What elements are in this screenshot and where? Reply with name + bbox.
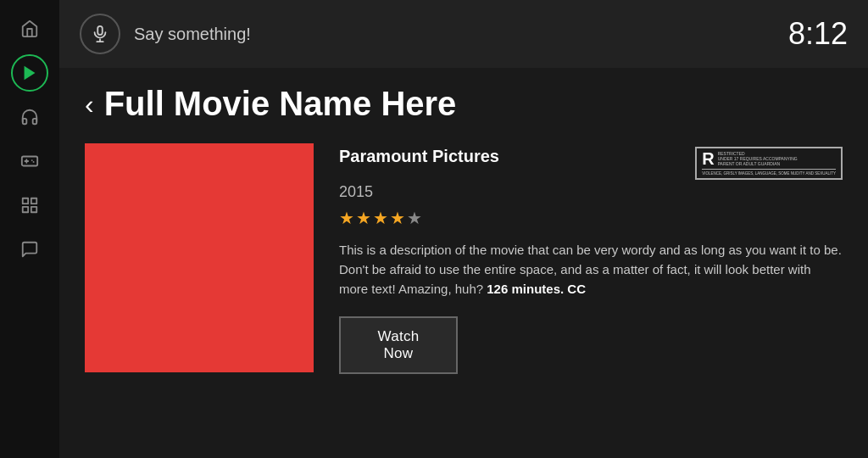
svg-rect-4	[31, 207, 36, 212]
movie-poster	[85, 143, 314, 372]
sidebar-item-support[interactable]	[11, 231, 48, 268]
movie-description: This is a description of the movie that …	[339, 240, 843, 299]
svg-rect-3	[31, 198, 36, 204]
movie-duration: 126 minutes. CC	[487, 282, 586, 296]
star-3: ★	[373, 208, 388, 228]
movie-info: Paramount Pictures R RESTRICTEDUNDER 17 …	[339, 143, 843, 374]
say-something-label: Say something!	[134, 25, 251, 44]
sidebar	[0, 0, 59, 458]
watch-now-button[interactable]: Watch Now	[339, 316, 458, 374]
star-4: ★	[390, 208, 405, 228]
star-5-half: ★	[407, 208, 422, 228]
studio-name: Paramount Pictures	[339, 147, 499, 166]
sidebar-item-apps[interactable]	[11, 187, 48, 224]
rating-letter: R	[702, 150, 714, 167]
movie-year: 2015	[339, 183, 843, 201]
studio-row: Paramount Pictures R RESTRICTEDUNDER 17 …	[339, 147, 843, 180]
clock-display: 8:12	[788, 16, 848, 52]
sidebar-item-games[interactable]	[11, 142, 48, 180]
rating-restricted-text: RESTRICTEDUNDER 17 REQUIRES ACCOMPANYING…	[718, 151, 798, 166]
title-row: ‹ Full Movie Name Here	[85, 85, 843, 123]
star-1: ★	[339, 208, 354, 228]
rating-content-descriptors: VIOLENCE, GRISLY IMAGES, LANGUAGE, SOME …	[702, 169, 836, 176]
sidebar-item-play[interactable]	[11, 54, 48, 92]
star-2: ★	[356, 208, 371, 228]
svg-marker-0	[25, 66, 36, 81]
sidebar-item-music[interactable]	[11, 98, 48, 136]
svg-rect-6	[97, 26, 103, 35]
movie-details: Paramount Pictures R RESTRICTEDUNDER 17 …	[85, 143, 843, 374]
star-rating: ★ ★ ★ ★ ★	[339, 208, 843, 228]
svg-rect-2	[23, 198, 28, 204]
svg-rect-5	[23, 207, 28, 212]
rating-badge-top: R RESTRICTEDUNDER 17 REQUIRES ACCOMPANYI…	[702, 150, 836, 167]
rating-badge: R RESTRICTEDUNDER 17 REQUIRES ACCOMPANYI…	[695, 147, 843, 180]
sidebar-item-home[interactable]	[11, 10, 48, 47]
mic-button[interactable]	[80, 14, 120, 54]
back-button[interactable]: ‹	[85, 91, 94, 118]
main-area: Say something! 8:12 ‹ Full Movie Name He…	[59, 0, 868, 458]
movie-title: Full Movie Name Here	[104, 85, 457, 123]
topbar: Say something! 8:12	[59, 0, 868, 68]
content-area: ‹ Full Movie Name Here Paramount Picture…	[59, 68, 868, 458]
